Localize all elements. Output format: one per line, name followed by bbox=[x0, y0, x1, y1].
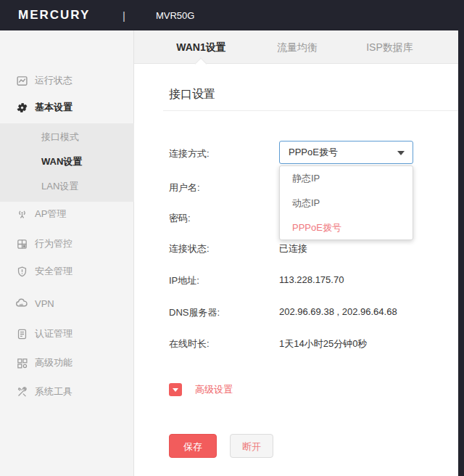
ip-address-label: IP地址: bbox=[169, 274, 199, 287]
tab-traffic-balance[interactable]: 流量均衡 bbox=[257, 30, 337, 64]
tab-isp-database[interactable]: ISP数据库 bbox=[348, 30, 431, 64]
sidebar-item-auth-management[interactable]: 认证管理 bbox=[0, 322, 134, 345]
sidebar-item-label: 安全管理 bbox=[35, 265, 72, 278]
connection-type-select[interactable]: PPPoE拨号 bbox=[279, 141, 413, 164]
connection-status-value: 已连接 bbox=[279, 242, 307, 255]
sidebar-item-label: VPN bbox=[35, 298, 54, 309]
save-button[interactable]: 保存 bbox=[169, 434, 217, 458]
dns-server-label: DNS服务器: bbox=[169, 306, 220, 319]
basic-settings-submenu: 接口模式 WAN设置 LAN设置 bbox=[0, 123, 134, 202]
tab-bar: WAN1设置 流量均衡 ISP数据库 bbox=[134, 30, 458, 64]
antenna-icon bbox=[14, 207, 29, 221]
sidebar-subitem-interface-mode[interactable]: 接口模式 bbox=[0, 126, 134, 148]
advanced-blocks-icon bbox=[14, 356, 29, 370]
online-duration-value: 1天14小时25分钟0秒 bbox=[279, 337, 367, 350]
dropdown-option-pppoe[interactable]: PPPoE拨号 bbox=[280, 216, 413, 240]
sidebar-item-ap-management[interactable]: AP管理 bbox=[0, 202, 134, 226]
sidebar-item-security-management[interactable]: 安全管理 bbox=[0, 260, 134, 283]
sidebar-item-behavior-control[interactable]: 行为管控 bbox=[0, 232, 134, 255]
sidebar-item-label: 高级功能 bbox=[35, 356, 72, 369]
password-label: 密码: bbox=[169, 212, 191, 225]
ip-address-value: 113.228.175.70 bbox=[279, 274, 344, 285]
brand-separator: | bbox=[123, 9, 125, 22]
behavior-grid-icon bbox=[14, 237, 29, 251]
tools-icon bbox=[14, 385, 29, 399]
sidebar-item-running-status[interactable]: 运行状态 bbox=[0, 69, 134, 92]
sidebar-item-vpn[interactable]: VPN bbox=[0, 292, 134, 315]
shield-icon bbox=[14, 264, 29, 279]
sidebar-item-basic-settings[interactable]: 基本设置 bbox=[0, 96, 134, 119]
dropdown-option-dynamic-ip[interactable]: 动态IP bbox=[280, 191, 413, 216]
advanced-settings-toggle[interactable]: 高级设置 bbox=[169, 383, 233, 396]
online-duration-label: 在线时长: bbox=[169, 337, 210, 350]
dropdown-option-static-ip[interactable]: 静态IP bbox=[280, 166, 413, 191]
main-content: WAN1设置 流量均衡 ISP数据库 接口设置 连接方式: PPPoE拨号 用户… bbox=[134, 30, 458, 476]
username-label: 用户名: bbox=[169, 181, 200, 194]
mercury-logo: MERCURY bbox=[18, 8, 112, 22]
connection-type-dropdown: 静态IP 动态IP PPPoE拨号 bbox=[279, 165, 413, 240]
auth-card-icon bbox=[14, 327, 29, 341]
device-model-title: MVR50G bbox=[156, 10, 194, 21]
sidebar-item-advanced-functions[interactable]: 高级功能 bbox=[0, 351, 134, 374]
sidebar-item-label: 运行状态 bbox=[35, 74, 72, 87]
sidebar-item-label: 认证管理 bbox=[35, 327, 72, 340]
advanced-toggle-icon bbox=[169, 383, 182, 396]
top-bar: MERCURY | MVR50G bbox=[0, 0, 464, 30]
status-chart-icon bbox=[14, 73, 29, 88]
sidebar: 运行状态 基本设置 接口模式 WAN设置 LAN设置 bbox=[0, 30, 134, 476]
advanced-settings-label: 高级设置 bbox=[195, 383, 233, 396]
sidebar-item-label: 系统工具 bbox=[35, 385, 72, 398]
sidebar-subitem-lan-settings[interactable]: LAN设置 bbox=[0, 176, 134, 197]
vpn-cloud-icon bbox=[14, 296, 29, 311]
chevron-down-icon bbox=[397, 151, 405, 155]
section-divider bbox=[163, 110, 458, 111]
sidebar-item-label: AP管理 bbox=[35, 208, 66, 221]
connection-type-label: 连接方式: bbox=[169, 147, 210, 160]
sidebar-item-system-tools[interactable]: 系统工具 bbox=[0, 380, 134, 403]
connection-status-label: 连接状态: bbox=[169, 242, 210, 255]
connection-type-value: PPPoE拨号 bbox=[289, 146, 338, 159]
right-edge-strip bbox=[458, 0, 464, 476]
sidebar-subitem-wan-settings[interactable]: WAN设置 bbox=[0, 151, 134, 173]
dns-server-value: 202.96.69.38 , 202.96.64.68 bbox=[279, 306, 397, 317]
section-title: 接口设置 bbox=[169, 87, 215, 102]
gear-icon bbox=[14, 100, 29, 115]
sidebar-item-label: 行为管控 bbox=[35, 237, 72, 250]
disconnect-button[interactable]: 断开 bbox=[230, 434, 273, 458]
sidebar-item-label: 基本设置 bbox=[35, 101, 72, 114]
